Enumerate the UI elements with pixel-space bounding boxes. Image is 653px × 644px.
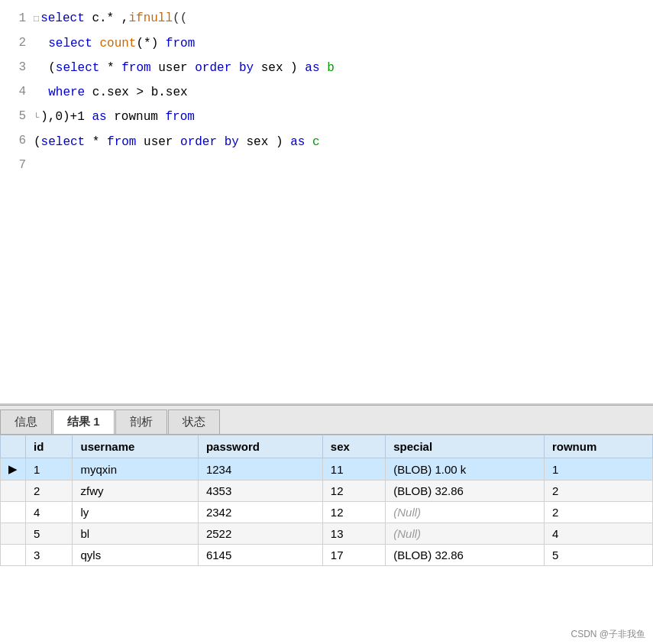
- cell-id: 2: [26, 481, 73, 502]
- row-indicator: [1, 502, 26, 523]
- code-line-5: └),0)+1 as rownum from: [34, 105, 653, 130]
- cell-id: 3: [26, 545, 73, 566]
- bottom-panel: 信息 结果 1 剖析 状态 id username password sex s…: [0, 405, 653, 644]
- row-indicator: [1, 545, 26, 566]
- cell-username: qyls: [73, 545, 198, 566]
- table-row[interactable]: 5 bl 2522 13 (Null) 4: [1, 523, 653, 545]
- cell-id: 5: [26, 523, 73, 545]
- cell-password: 2522: [198, 523, 322, 545]
- cell-sex: 13: [322, 523, 385, 545]
- cell-special: (Null): [386, 523, 545, 545]
- cell-rownum: 2: [544, 481, 652, 502]
- code-line-1: □select c.* ,ifnull((: [34, 6, 653, 31]
- cell-rownum: 5: [544, 545, 652, 566]
- col-sex: sex: [322, 435, 385, 458]
- cell-id: 4: [26, 502, 73, 523]
- table-header-row: id username password sex special rownum: [1, 435, 653, 458]
- tab-analyze[interactable]: 剖析: [115, 409, 167, 434]
- cell-password: 4353: [198, 481, 322, 502]
- cell-sex: 12: [322, 502, 385, 523]
- tab-bar: 信息 结果 1 剖析 状态: [0, 406, 653, 435]
- col-id: id: [26, 435, 73, 458]
- code-line-6: (select * from user order by sex ) as c: [34, 130, 653, 154]
- code-line-4: where c.sex > b.sex: [34, 80, 653, 105]
- line-numbers: 1 2 3 4 5 6 7: [0, 6, 31, 397]
- row-indicator: [1, 523, 26, 545]
- cell-username: bl: [73, 523, 198, 545]
- code-line-2: select count(*) from: [34, 31, 653, 56]
- col-special: special: [386, 435, 545, 458]
- table-row[interactable]: 3 qyls 6145 17 (BLOB) 32.86 5: [1, 545, 653, 566]
- cell-rownum: 4: [544, 523, 652, 545]
- code-line-3: (select * from user order by sex ) as b: [34, 56, 653, 80]
- cell-id: 1: [26, 458, 73, 481]
- row-indicator: ▶: [1, 458, 26, 481]
- cell-sex: 11: [322, 458, 385, 481]
- table-row[interactable]: ▶ 1 myqxin 1234 11 (BLOB) 1.00 k 1: [1, 458, 653, 481]
- table-row[interactable]: 2 zfwy 4353 12 (BLOB) 32.86 2: [1, 481, 653, 502]
- cell-password: 6145: [198, 545, 322, 566]
- col-password: password: [198, 435, 322, 458]
- cell-sex: 17: [322, 545, 385, 566]
- cell-rownum: 2: [544, 502, 652, 523]
- code-line-7: [34, 154, 653, 179]
- tab-info[interactable]: 信息: [0, 409, 52, 434]
- results-table: id username password sex special rownum …: [0, 435, 653, 566]
- cell-password: 2342: [198, 502, 322, 523]
- col-rownum: rownum: [544, 435, 652, 458]
- results-container[interactable]: id username password sex special rownum …: [0, 435, 653, 644]
- watermark: CSDN @子非我鱼: [571, 628, 645, 641]
- cell-password: 1234: [198, 458, 322, 481]
- cell-sex: 12: [322, 481, 385, 502]
- cell-username: ly: [73, 502, 198, 523]
- cell-username: myqxin: [73, 458, 198, 481]
- table-row[interactable]: 4 ly 2342 12 (Null) 2: [1, 502, 653, 523]
- cell-special: (BLOB) 1.00 k: [386, 458, 545, 481]
- cell-username: zfwy: [73, 481, 198, 502]
- col-username: username: [73, 435, 198, 458]
- cell-rownum: 1: [544, 458, 652, 481]
- tab-result1[interactable]: 结果 1: [53, 409, 115, 434]
- code-lines[interactable]: □select c.* ,ifnull(( select count(*) fr…: [31, 6, 653, 397]
- col-indicator: [1, 435, 26, 458]
- row-indicator: [1, 481, 26, 502]
- cell-special: (BLOB) 32.86: [386, 481, 545, 502]
- cell-special: (BLOB) 32.86: [386, 545, 545, 566]
- code-editor[interactable]: 1 2 3 4 5 6 7 □select c.* ,ifnull(( sele…: [0, 0, 653, 405]
- tab-status[interactable]: 状态: [168, 409, 220, 434]
- cell-special: (Null): [386, 502, 545, 523]
